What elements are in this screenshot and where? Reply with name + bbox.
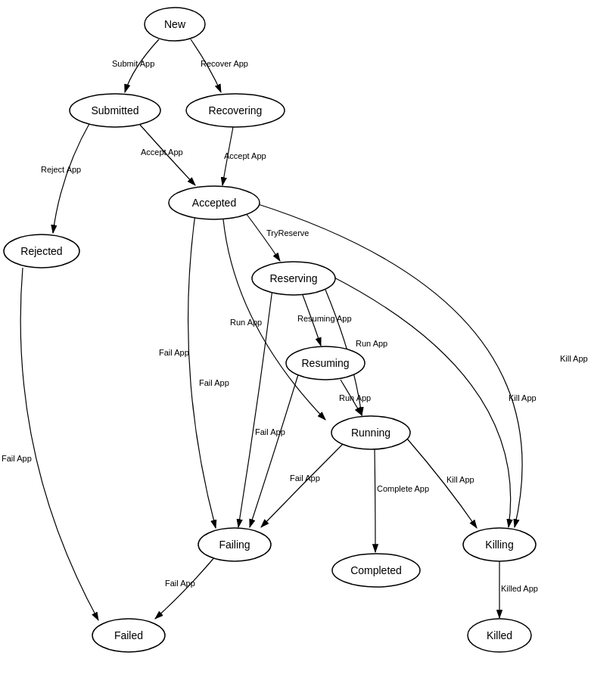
node-running: Running	[331, 416, 410, 449]
node-submitted: Submitted	[70, 94, 160, 127]
edge-label-recovering-accepted: Accept App	[224, 151, 266, 160]
edge-label-reserving-killing: Kill App	[509, 393, 537, 402]
edge-label-submitted-rejected: Reject App	[41, 165, 81, 174]
edge-label-new-recovering: Recover App	[201, 59, 248, 68]
edge-label-reserving-resuming: Resuming App	[297, 314, 352, 323]
edge-running-failing	[261, 442, 344, 527]
edge-running-completed	[375, 449, 375, 552]
node-completed-label: Completed	[350, 564, 402, 576]
edge-rejected-failed	[20, 268, 98, 620]
edge-submitted-rejected	[53, 121, 91, 233]
edge-label-new-submitted: Submit App	[112, 59, 154, 68]
edge-label-accepted-killing: Kill App	[560, 354, 588, 363]
edge-accepted-failing	[188, 214, 216, 528]
node-accepted-label: Accepted	[192, 197, 236, 209]
node-failed-label: Failed	[114, 629, 143, 641]
edge-label-submitted-accepted: Accept App	[141, 147, 183, 157]
node-accepted: Accepted	[169, 186, 260, 219]
node-failing-label: Failing	[219, 539, 250, 551]
edge-label-running-failing: Fail App	[290, 474, 320, 483]
node-failed: Failed	[92, 619, 165, 652]
node-reserving-label: Reserving	[269, 272, 317, 284]
node-failing: Failing	[198, 528, 271, 561]
node-recovering-label: Recovering	[209, 104, 263, 116]
state-diagram: Submit App Recover App Reject App Accept…	[0, 0, 616, 680]
edge-resuming-failing	[250, 372, 299, 527]
node-killed-label: Killed	[487, 629, 512, 641]
node-resuming: Resuming	[286, 346, 365, 380]
edge-label-running-completed: Complete App	[377, 484, 429, 493]
edge-label-resuming-failing: Fail App	[255, 427, 285, 436]
edge-label-failing-failed: Fail App	[165, 579, 195, 588]
node-completed: Completed	[332, 554, 420, 587]
node-killing-label: Killing	[485, 539, 513, 551]
node-rejected-label: Rejected	[20, 245, 62, 257]
node-rejected: Rejected	[4, 234, 79, 268]
edge-label-running-killing: Kill App	[446, 475, 474, 484]
edge-label-reserving-failing2: Fail App	[199, 378, 229, 387]
node-killed: Killed	[468, 619, 531, 652]
edge-label-accepted-reserving: TryReserve	[266, 228, 309, 238]
edge-label-rejected-failed: Fail App	[2, 454, 32, 463]
node-resuming-label: Resuming	[301, 357, 349, 369]
node-new-label: New	[164, 18, 186, 30]
node-submitted-label: Submitted	[91, 104, 138, 116]
node-running-label: Running	[351, 427, 390, 439]
node-reserving: Reserving	[252, 262, 335, 295]
edge-label-killing-killed: Killed App	[501, 584, 538, 593]
edge-label-resuming-running: Run App	[339, 393, 371, 402]
node-recovering: Recovering	[186, 94, 285, 127]
edge-label-reserving-running: Run App	[356, 339, 387, 348]
node-new: New	[145, 8, 205, 41]
edge-label-accepted-running: Run App	[230, 318, 262, 327]
node-killing: Killing	[463, 528, 536, 561]
edge-label-accepted-failing: Fail App	[159, 348, 189, 357]
